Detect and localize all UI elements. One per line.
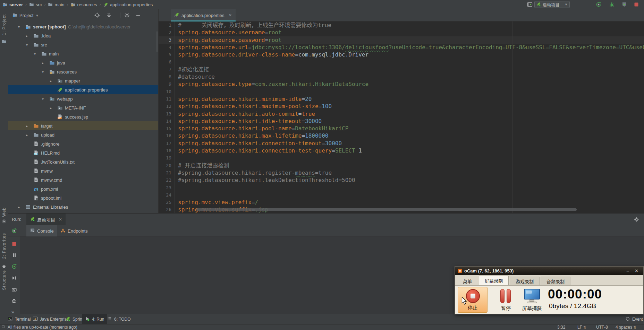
close-icon[interactable]: ✕: [229, 13, 232, 18]
code-line-10[interactable]: 10: [159, 88, 644, 95]
event-log-button[interactable]: Event Log: [625, 314, 644, 324]
tree-item-.gitignore[interactable]: .gitignore: [8, 139, 158, 148]
encoding-widget[interactable]: UTF-8: [596, 325, 608, 330]
tree-toggle-icon[interactable]: ▾: [18, 25, 25, 29]
collapse-all-icon[interactable]: [106, 12, 112, 18]
code-line-13[interactable]: 13spring.datasource.hikari.auto-commit=t…: [159, 110, 644, 118]
rerun-icon[interactable]: [596, 2, 601, 7]
profile-icon[interactable]: [621, 2, 627, 7]
code-line-25[interactable]: 25spring.mvc.view.prefix=/: [159, 199, 644, 206]
tree-toggle-icon[interactable]: ▸: [50, 106, 57, 110]
tree-item-.idea[interactable]: ▸.idea: [8, 31, 158, 40]
tree-item-JwtTokenUtils.txt[interactable]: JwtTokenUtils.txt: [8, 157, 158, 166]
ocam-tab-音频录制[interactable]: 音频录制: [541, 277, 570, 285]
tree-item-target[interactable]: ▸target: [8, 121, 158, 130]
printer-icon[interactable]: [11, 298, 17, 304]
tree-item-webapp[interactable]: ▾webapp: [8, 94, 158, 103]
run-tool-window-icon[interactable]: [527, 2, 533, 7]
tree-item-spboot.iml[interactable]: spboot.iml: [8, 193, 158, 202]
restart-icon[interactable]: [11, 264, 17, 269]
stripe-button-2: Favorites[interactable]: 2: Favorites: [2, 233, 7, 259]
locate-icon[interactable]: [94, 12, 100, 18]
tree-item-External Libraries[interactable]: ▸External Libraries: [8, 202, 158, 211]
project-view-selector[interactable]: Project ▼: [12, 12, 39, 18]
run-config-tab[interactable]: 启动项目 ✕: [26, 214, 66, 225]
code-line-7[interactable]: 7#初始化连接: [159, 66, 644, 73]
breadcrumb-item-resources[interactable]: resources: [71, 2, 97, 7]
horizontal-scrollbar[interactable]: [196, 208, 577, 211]
project-stripe-icon[interactable]: [1, 39, 7, 44]
gear-icon[interactable]: [634, 217, 639, 222]
screen-capture-button[interactable]: 屏幕捕获: [518, 287, 546, 313]
tree-toggle-icon[interactable]: ▸: [26, 34, 33, 38]
code-line-19[interactable]: 19: [159, 154, 644, 162]
close-icon[interactable]: ✕: [59, 217, 62, 222]
code-line-21[interactable]: 21#spring.datasource.hikari.register-mbe…: [159, 169, 644, 176]
tree-item-META-INF[interactable]: ▸META-INF: [8, 103, 158, 112]
line-separator-widget[interactable]: LF ⇅: [577, 325, 586, 330]
pause-icon[interactable]: [11, 252, 17, 258]
code-line-17[interactable]: 17spring.datasource.hikari.connection-ti…: [159, 140, 644, 147]
rerun-icon[interactable]: [11, 228, 17, 234]
code-line-11[interactable]: 11spring.datasource.hikari.minimum-idle=…: [159, 95, 644, 103]
tree-item-application.properties[interactable]: application.properties: [8, 85, 158, 94]
tree-item-resources[interactable]: ▾resources: [8, 67, 158, 76]
tree-item-success.jsp[interactable]: JSPsuccess.jsp: [8, 112, 158, 121]
code-line-6[interactable]: 6: [159, 58, 644, 66]
pause-recording-button[interactable]: 暂停: [494, 287, 518, 313]
stop-icon[interactable]: [634, 2, 639, 7]
close-button[interactable]: ✕: [635, 268, 638, 273]
tree-item-upload[interactable]: ▸upload: [8, 130, 158, 139]
ocam-tab-游戏录制[interactable]: 游戏录制: [510, 277, 540, 285]
tree-toggle-icon[interactable]: ▸: [26, 124, 33, 128]
code-line-1[interactable]: 1# 关闭缓存，及时刷新，上线生产环境需要修改为true: [159, 21, 644, 29]
breadcrumb-item-server[interactable]: server: [3, 2, 23, 7]
breadcrumb-item-application.properties[interactable]: application.properties: [103, 2, 153, 7]
tree-item-mvnw[interactable]: mvnw: [8, 166, 158, 175]
tree-item-main[interactable]: ▾main: [8, 49, 158, 58]
gear-icon[interactable]: [124, 12, 130, 18]
editor-tab-application-properties[interactable]: application.properties ✕: [171, 9, 236, 21]
code-line-3[interactable]: 3spring.datasource.password=root: [159, 36, 644, 44]
tab-endpoints[interactable]: Endpoints: [57, 225, 91, 236]
tool-window-button-Run[interactable]: 4: Run: [82, 314, 107, 324]
tree-item-server[interactable]: ▾server [spboot]G:\shejiing\deliciousfoo…: [8, 22, 158, 31]
tree-item-mapper[interactable]: ▸mapper: [8, 76, 158, 85]
code-line-20[interactable]: 20# 开启连接泄露检测: [159, 162, 644, 169]
tree-toggle-icon[interactable]: ▸: [26, 133, 33, 137]
tree-item-pom.xml[interactable]: mpom.xml: [8, 184, 158, 193]
code-line-14[interactable]: 14spring.datasource.hikari.idle-timeout=…: [159, 118, 644, 125]
code-line-22[interactable]: 22#spring.datasource.hikari.leakDetectio…: [159, 176, 644, 184]
play-circle-icon[interactable]: [1, 219, 7, 224]
tree-toggle-icon[interactable]: ▾: [34, 52, 41, 56]
caret-position[interactable]: 3:32: [557, 325, 565, 330]
tree-toggle-icon[interactable]: ▸: [42, 61, 49, 65]
breadcrumb-item-main[interactable]: main: [48, 2, 64, 7]
tree-item-HELP.md[interactable]: MDHELP.md: [8, 148, 158, 157]
favorites-star-icon[interactable]: [1, 264, 7, 269]
code-line-5[interactable]: 5spring.datasource.driver-class-name=com…: [159, 51, 644, 58]
indent-widget[interactable]: 4 spaces ⇅: [616, 325, 636, 330]
ocam-tab-菜单[interactable]: 菜单: [457, 277, 478, 285]
code-line-16[interactable]: 16spring.datasource.hikari.max-lifetime=…: [159, 132, 644, 139]
tab-console[interactable]: Console: [26, 225, 57, 236]
editor-body[interactable]: 1# 关闭缓存，及时刷新，上线生产环境需要修改为true2spring.data…: [159, 21, 644, 213]
code-line-24[interactable]: 24: [159, 191, 644, 199]
breadcrumb-item-src[interactable]: src: [29, 2, 42, 7]
minimize-button[interactable]: –: [627, 268, 629, 273]
stop-icon[interactable]: [11, 241, 17, 247]
tree-item-src[interactable]: ▾src: [8, 40, 158, 49]
ocam-tab-屏幕录制[interactable]: 屏幕录制: [479, 276, 509, 285]
tree-toggle-icon[interactable]: ▸: [18, 205, 25, 209]
tool-window-button-TODO[interactable]: 6: TODO: [104, 314, 134, 324]
code-line-8[interactable]: 8#datasource: [159, 73, 644, 80]
tree-item-java[interactable]: ▸java: [8, 58, 158, 67]
code-line-2[interactable]: 2spring.datasource.username=root: [159, 29, 644, 36]
code-line-9[interactable]: 9spring.datasource.type=com.zaxxer.hikar…: [159, 80, 644, 88]
tree-scrollbar[interactable]: [156, 31, 158, 52]
ocam-title-bar[interactable]: oCam (7, 62, 1861, 953) – ✕: [455, 267, 643, 275]
run-config-combo[interactable]: 启动项目 ▼: [534, 1, 570, 8]
stripe-button-1: Project[interactable]: 1: Project: [2, 14, 7, 35]
code-line-18[interactable]: 18spring.datasource.hikari.connection-te…: [159, 147, 644, 154]
tree-toggle-icon[interactable]: ▾: [26, 43, 33, 47]
